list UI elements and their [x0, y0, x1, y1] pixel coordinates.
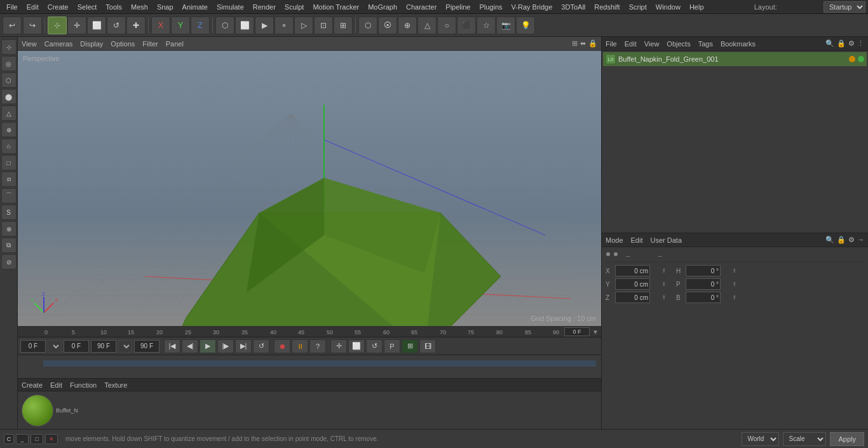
key-button[interactable]: ? [309, 339, 326, 353]
c4d-icon[interactable]: C [4, 434, 14, 444]
step-forward-button[interactable]: |▶ [217, 339, 234, 353]
apply-button[interactable]: Apply [830, 432, 864, 446]
left-btn-12[interactable]: ⊗ [1, 221, 17, 236]
record-button[interactable]: ⏺ [274, 339, 290, 353]
preview-start-input[interactable]: 0 F [20, 340, 46, 353]
material-function[interactable]: Function [70, 381, 97, 389]
left-btn-3[interactable]: ⬡ [1, 72, 17, 88]
render-to-po-button[interactable]: ⊞ [334, 17, 353, 34]
viewport[interactable]: Perspective Grid Spacing : 10 cm X Y Z [18, 51, 601, 326]
current-frame-input[interactable] [564, 327, 590, 336]
redo-button[interactable]: ↪ [23, 17, 42, 34]
object-mode-button[interactable]: ⬡ [215, 17, 234, 34]
left-btn-7[interactable]: ☆ [1, 139, 17, 154]
snap-light-button[interactable]: 💡 [516, 17, 535, 34]
om-tags[interactable]: Tags [698, 40, 713, 48]
menu-script[interactable]: Script [625, 2, 651, 12]
om-search-icon[interactable]: 🔍 [825, 39, 834, 48]
viewport-arrows-icon[interactable]: ⬌ [580, 39, 586, 48]
menu-pipeline[interactable]: Pipeline [442, 2, 474, 12]
frame-arrow-icon[interactable]: ▼ [592, 329, 599, 336]
menu-character[interactable]: Character [402, 2, 440, 12]
attr-mode[interactable]: Mode [606, 236, 623, 244]
play-button[interactable]: ▶ [200, 339, 216, 353]
x1-input[interactable] [615, 265, 650, 276]
frame-mode-select[interactable]: F [48, 340, 62, 353]
frame-mode-select-2[interactable]: F [118, 340, 132, 353]
menu-plugins[interactable]: Plugins [475, 2, 506, 12]
left-btn-13[interactable]: ⧉ [1, 238, 17, 253]
snap-cone-button[interactable]: △ [417, 17, 437, 34]
menu-snap[interactable]: Snap [153, 2, 177, 12]
attr-arrow-icon[interactable]: → [857, 236, 864, 244]
timeline-track[interactable] [18, 355, 601, 378]
om-file[interactable]: File [606, 40, 617, 48]
axis-x-button[interactable]: X [151, 17, 170, 34]
menu-simulate[interactable]: Simulate [213, 2, 248, 12]
viewport-cameras[interactable]: Cameras [44, 40, 73, 48]
goto-end-button[interactable]: ▶| [235, 339, 252, 353]
scale-tool-button[interactable]: ⬜ [87, 17, 106, 34]
layout-select[interactable]: Startup [824, 1, 865, 13]
maximize-button[interactable]: □ [31, 434, 43, 444]
b-input[interactable] [686, 292, 721, 303]
minimize-button[interactable]: _ [16, 434, 29, 444]
left-btn-11[interactable]: S [1, 205, 17, 220]
menu-mograph[interactable]: MoGraph [364, 2, 401, 12]
move-key-button[interactable]: ✛ [330, 339, 347, 353]
goto-start-button[interactable]: |◀ [164, 339, 180, 353]
select-tool-button[interactable]: ⊹ [48, 17, 67, 34]
move-tool-button[interactable]: ✛ [67, 17, 86, 34]
scale-key-button[interactable]: ⬜ [348, 339, 365, 353]
axis-z-button[interactable]: Z [191, 17, 210, 34]
left-btn-9[interactable]: ⧈ [1, 172, 17, 187]
world-dropdown[interactable]: World Object [742, 432, 779, 446]
left-btn-6[interactable]: ⊕ [1, 122, 17, 137]
left-btn-1[interactable]: ⊹ [1, 39, 17, 55]
menu-mesh[interactable]: Mesh [127, 2, 152, 12]
om-view[interactable]: View [644, 40, 660, 48]
z1-input[interactable] [615, 292, 650, 303]
transform-tool-button[interactable]: ✚ [126, 17, 146, 34]
attr-search-icon[interactable]: 🔍 [825, 236, 834, 244]
menu-edit[interactable]: Edit [23, 2, 43, 12]
menu-motion-tracker[interactable]: Motion Tracker [309, 2, 363, 12]
left-btn-2[interactable]: ◎ [1, 56, 17, 71]
material-edit[interactable]: Edit [50, 381, 62, 389]
menu-file[interactable]: File [3, 2, 22, 12]
snap-torus-button[interactable]: ○ [437, 17, 456, 34]
close-button[interactable]: ✕ [45, 434, 58, 444]
filmstrip-button[interactable]: 🎞 [419, 339, 436, 353]
rotate-tool-button[interactable]: ↺ [107, 17, 126, 34]
object-color-dot-1[interactable] [849, 56, 855, 62]
viewport-expand-icon[interactable]: ⊞ [572, 39, 578, 48]
undo-button[interactable]: ↩ [3, 17, 22, 34]
preview-end-input[interactable] [91, 340, 116, 353]
material-create[interactable]: Create [22, 381, 43, 389]
om-settings-icon[interactable]: ⚙ [848, 39, 855, 48]
material-texture[interactable]: Texture [104, 381, 127, 389]
render-button[interactable]: ▷ [294, 17, 313, 34]
om-lock-icon[interactable]: 🔒 [837, 39, 846, 48]
snap-camera-button[interactable]: 📷 [496, 17, 515, 34]
object-row[interactable]: L0 Buffet_Napkin_Fold_Green_001 [603, 52, 867, 66]
snap-cube-button[interactable]: ⬡ [358, 17, 377, 34]
left-btn-4[interactable]: ⬤ [1, 89, 17, 104]
polygon-mode-button[interactable]: ⬜ [235, 17, 254, 34]
viewport-options[interactable]: Options [111, 40, 135, 48]
om-bookmarks[interactable]: Bookmarks [721, 40, 756, 48]
preview-end-2-input[interactable] [134, 340, 159, 353]
material-ball[interactable] [22, 395, 53, 426]
menu-redshift[interactable]: Redshift [590, 2, 623, 12]
attr-settings-icon[interactable]: ⚙ [848, 236, 855, 244]
rotate-key-button[interactable]: ↺ [366, 339, 383, 353]
left-btn-5[interactable]: △ [1, 105, 17, 121]
menu-vray[interactable]: V-Ray Bridge [508, 2, 557, 12]
axis-y-button[interactable]: Y [171, 17, 190, 34]
attr-user-data[interactable]: User Data [651, 236, 682, 244]
viewport-view[interactable]: View [22, 40, 37, 48]
y1-input[interactable] [615, 278, 650, 290]
left-btn-14[interactable]: ⊘ [1, 254, 17, 269]
scale-dropdown[interactable]: Scale Position Rotation [783, 432, 826, 446]
om-dots-icon[interactable]: ⋮ [857, 39, 864, 48]
